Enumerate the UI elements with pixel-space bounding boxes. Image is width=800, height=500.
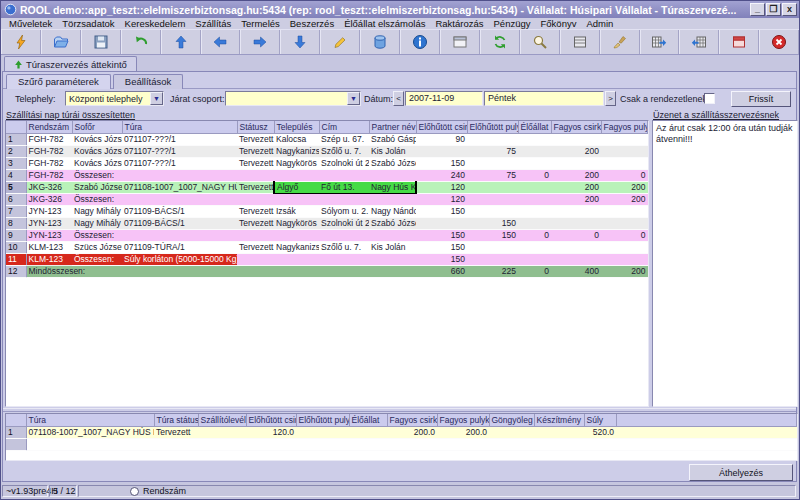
table-cell[interactable]: 200 bbox=[551, 181, 601, 193]
table-cell[interactable]: Szabó József bbox=[369, 217, 416, 229]
row-number[interactable]: 6 bbox=[6, 193, 26, 205]
table-cell[interactable] bbox=[319, 169, 369, 181]
table-cell[interactable]: 0 bbox=[601, 169, 648, 181]
table-cell[interactable] bbox=[518, 157, 551, 169]
search-toolbar-button[interactable] bbox=[520, 30, 560, 54]
table-cell[interactable] bbox=[467, 181, 518, 193]
table-row[interactable]: 1071108-1007_1007_NAGY HÚS KFT./1Terveze… bbox=[6, 426, 797, 438]
table-cell[interactable]: Szőlő u. 7. bbox=[319, 145, 369, 157]
database-toolbar-button[interactable] bbox=[360, 30, 400, 54]
table-cell[interactable]: Tervezett bbox=[154, 426, 198, 438]
table-cell[interactable]: 0 bbox=[551, 229, 601, 241]
column-header[interactable] bbox=[6, 414, 26, 426]
table-cell[interactable] bbox=[296, 426, 349, 438]
table-cell[interactable]: Összesen: bbox=[72, 253, 122, 265]
splitter-handle[interactable] bbox=[3, 408, 796, 412]
table-cell[interactable]: KLM-123 bbox=[26, 253, 72, 265]
table-cell[interactable]: FGH-782 bbox=[26, 169, 72, 181]
column-header[interactable]: Fagyos csirke bbox=[551, 121, 601, 133]
menu-item[interactable]: Főkönyv bbox=[536, 18, 582, 29]
column-header[interactable]: Státusz bbox=[237, 121, 274, 133]
table-cell[interactable]: Nagy Mihály bbox=[72, 205, 122, 217]
table-row[interactable]: 2FGH-782Kovács József071107-???/1Terveze… bbox=[6, 145, 648, 157]
column-header[interactable]: Élőállat bbox=[349, 414, 387, 426]
arrow-up-toolbar-button[interactable] bbox=[161, 30, 201, 54]
table-cell[interactable] bbox=[246, 438, 296, 450]
undo-toolbar-button[interactable] bbox=[121, 30, 161, 54]
table-cell[interactable]: Kis Jolán bbox=[369, 241, 416, 253]
table-cell[interactable]: 225 bbox=[467, 265, 518, 277]
row-number[interactable]: 11 bbox=[6, 253, 26, 265]
menu-item[interactable]: Termelés bbox=[236, 18, 285, 29]
column-header[interactable]: Súly bbox=[584, 414, 616, 426]
table-cell[interactable] bbox=[489, 438, 534, 450]
table-cell[interactable]: 200 bbox=[551, 193, 601, 205]
table-cell[interactable] bbox=[518, 145, 551, 157]
minimize-button[interactable]: _ bbox=[750, 3, 765, 16]
table-cell[interactable] bbox=[518, 133, 551, 145]
table-cell[interactable] bbox=[534, 426, 584, 438]
table-cell[interactable]: Szolnoki út 23. bbox=[319, 217, 369, 229]
table-cell[interactable]: 0 bbox=[601, 229, 648, 241]
row-number[interactable]: 8 bbox=[6, 217, 26, 229]
table-cell[interactable] bbox=[467, 193, 518, 205]
menu-item[interactable]: Pénzügy bbox=[489, 18, 536, 29]
column-header[interactable]: Készítmény bbox=[534, 414, 584, 426]
table-cell[interactable] bbox=[416, 217, 467, 229]
table-cell[interactable]: 150 bbox=[416, 157, 467, 169]
row-number[interactable]: 12 bbox=[6, 265, 26, 277]
row-number[interactable]: 1 bbox=[6, 426, 26, 438]
menu-item[interactable]: Beszerzés bbox=[285, 18, 339, 29]
table-cell[interactable] bbox=[369, 169, 416, 181]
table-cell[interactable] bbox=[296, 438, 349, 450]
table-row[interactable]: 10KLM-123Szücs József071109-TÚRA/1Tervez… bbox=[6, 241, 648, 253]
date-prev-button[interactable]: < bbox=[393, 91, 404, 106]
table-cell[interactable]: Szőlő u. 7. bbox=[319, 241, 369, 253]
brush-toolbar-button[interactable] bbox=[600, 30, 640, 54]
column-header[interactable]: Előhűtött pulyka bbox=[296, 414, 349, 426]
row-number[interactable] bbox=[6, 438, 26, 450]
table-row[interactable]: 11KLM-123Összesen:Súly korláton (5000-15… bbox=[6, 253, 648, 265]
table-cell[interactable] bbox=[122, 265, 237, 277]
table-cell[interactable]: 0 bbox=[518, 265, 551, 277]
table-cell[interactable] bbox=[616, 426, 797, 438]
table-row[interactable]: 8JYN-123Nagy Mihály071109-BÁCS/1Tervezet… bbox=[6, 217, 648, 229]
chevron-down-icon[interactable]: ▼ bbox=[150, 92, 163, 105]
table-import-toolbar-button[interactable] bbox=[679, 30, 719, 54]
menu-item[interactable]: Admin bbox=[581, 18, 618, 29]
table-cell[interactable] bbox=[319, 265, 369, 277]
table-cell[interactable]: 200 bbox=[601, 181, 648, 193]
table-cell[interactable]: 071107-???/1 bbox=[122, 157, 237, 169]
column-header[interactable]: Túra bbox=[122, 121, 237, 133]
row-number[interactable]: 2 bbox=[6, 145, 26, 157]
table-cell[interactable]: Nagy Hús Kft. bbox=[369, 181, 416, 193]
column-header[interactable] bbox=[6, 121, 26, 133]
table-cell[interactable]: Összesen: bbox=[72, 193, 122, 205]
table-cell[interactable] bbox=[616, 438, 797, 450]
table-cell[interactable] bbox=[467, 205, 518, 217]
date-input[interactable]: 2007-11-09 bbox=[405, 91, 483, 106]
table-cell[interactable] bbox=[319, 229, 369, 241]
table-cell[interactable] bbox=[518, 253, 551, 265]
table-cell[interactable]: Tervezett bbox=[237, 133, 274, 145]
table-cell[interactable] bbox=[518, 205, 551, 217]
column-header[interactable]: Partner név bbox=[369, 121, 416, 133]
table-cell[interactable]: FGH-782 bbox=[26, 133, 72, 145]
row-number[interactable]: 7 bbox=[6, 205, 26, 217]
table-cell[interactable] bbox=[237, 265, 274, 277]
table-cell[interactable] bbox=[416, 145, 467, 157]
table-cell[interactable] bbox=[369, 193, 416, 205]
column-header[interactable] bbox=[616, 414, 797, 426]
close-red-toolbar-button[interactable] bbox=[759, 30, 799, 54]
table-cell[interactable]: Tervezett bbox=[237, 241, 274, 253]
table-cell[interactable]: JYN-123 bbox=[26, 229, 72, 241]
table-cell[interactable] bbox=[601, 217, 648, 229]
menu-item[interactable]: Szállítás bbox=[190, 18, 236, 29]
column-header[interactable]: Rendszám bbox=[26, 121, 72, 133]
column-header[interactable]: Túra bbox=[26, 414, 154, 426]
table-cell[interactable] bbox=[319, 193, 369, 205]
table-cell[interactable]: Összesen: bbox=[72, 169, 122, 181]
table-cell[interactable] bbox=[534, 438, 584, 450]
table-cell[interactable]: 150 bbox=[416, 205, 467, 217]
table-cell[interactable]: JYN-123 bbox=[26, 217, 72, 229]
